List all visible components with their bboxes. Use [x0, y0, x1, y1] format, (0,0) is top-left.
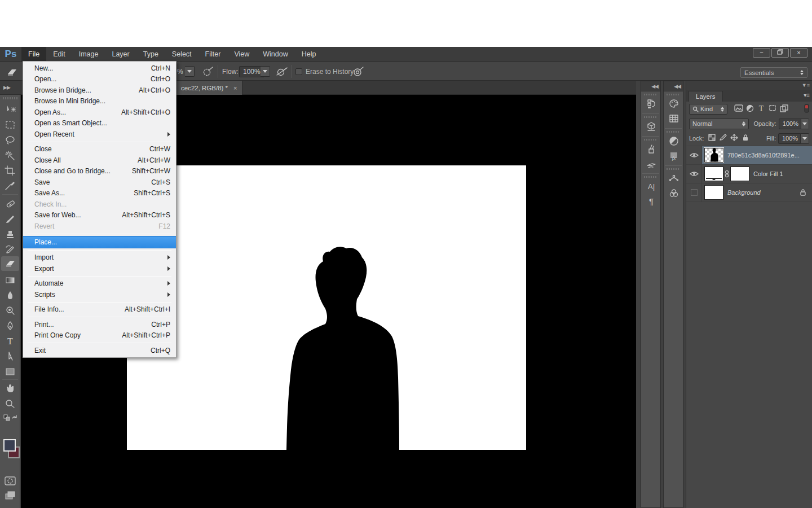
menu-type[interactable]: Type [136, 47, 165, 62]
tool-history-brush[interactable] [1, 242, 19, 257]
menu-window[interactable]: Window [256, 47, 294, 62]
screen-mode-icon[interactable] [1, 488, 19, 503]
menu-item-open-as-smart-object[interactable]: Open as Smart Object... [23, 118, 176, 129]
opacity-dropdown-button[interactable] [185, 62, 195, 81]
tool-move[interactable] [1, 102, 19, 117]
menu-file[interactable]: File [21, 47, 46, 62]
adjustments-panel-icon[interactable] [664, 134, 684, 148]
opacity-dropdown-arrow[interactable] [801, 119, 809, 129]
mask-link-icon[interactable] [725, 169, 729, 178]
tool-lasso[interactable] [1, 133, 19, 147]
tool-eraser[interactable] [1, 256, 19, 271]
visibility-toggle[interactable] [686, 165, 702, 183]
menu-item-automate[interactable]: Automate [23, 278, 176, 290]
layer-row-image[interactable]: 780e51c3d8a610f2891e... [686, 146, 812, 165]
panel-grip[interactable] [644, 176, 657, 178]
menu-item-new[interactable]: New...Ctrl+N [23, 63, 176, 74]
restore-button[interactable] [771, 48, 789, 58]
brush-presets-panel-icon[interactable] [641, 142, 661, 156]
styles-panel-icon[interactable]: fx [664, 148, 684, 163]
menu-item-print[interactable]: Print...Ctrl+P [23, 319, 176, 330]
filter-type-layers-icon[interactable]: T [756, 104, 767, 113]
menu-item-file-info[interactable]: File Info...Alt+Shift+Ctrl+I [23, 304, 176, 316]
panel-grip[interactable] [667, 131, 680, 133]
tab-close-icon[interactable]: × [233, 85, 237, 91]
panel-grip[interactable] [644, 116, 657, 118]
tool-blur[interactable] [1, 288, 19, 303]
menu-item-open-as[interactable]: Open As...Alt+Shift+Ctrl+O [23, 107, 176, 118]
filter-pixel-layers-icon[interactable] [733, 104, 744, 113]
blend-mode-dropdown[interactable]: Normal [689, 119, 749, 129]
swatches-panel-icon[interactable] [664, 111, 684, 126]
lock-pixels-icon[interactable] [717, 134, 729, 143]
menu-edit[interactable]: Edit [46, 47, 72, 62]
fill-dropdown-arrow[interactable] [801, 133, 809, 144]
menu-image[interactable]: Image [72, 47, 105, 62]
tool-clone-stamp[interactable] [1, 227, 19, 242]
close-button[interactable]: × [790, 48, 807, 58]
layer-name[interactable]: Background [727, 189, 761, 196]
paragraph-panel-icon[interactable]: ¶ [641, 194, 661, 208]
eraser-preview-icon[interactable] [6, 62, 19, 81]
menu-view[interactable]: View [227, 47, 256, 62]
menu-item-browse-in-mini-bridge[interactable]: Browse in Mini Bridge... [23, 96, 176, 107]
swap-colors-icon[interactable] [1, 413, 19, 423]
tool-type[interactable]: T [1, 334, 19, 348]
tool-dodge[interactable] [1, 303, 19, 318]
fill-value[interactable]: 100% [778, 133, 801, 144]
layer-thumbnail[interactable] [704, 148, 723, 163]
toolbar-grip[interactable] [3, 97, 17, 99]
tool-rectangular-marquee[interactable] [1, 117, 19, 132]
menu-item-print-one-copy[interactable]: Print One CopyAlt+Shift+Ctrl+P [23, 330, 176, 341]
menu-layer[interactable]: Layer [105, 47, 136, 62]
paths-panel-icon[interactable] [664, 171, 684, 186]
menu-item-browse-in-bridge[interactable]: Browse in Bridge...Alt+Ctrl+O [23, 85, 176, 96]
filter-smart-objects-icon[interactable] [778, 104, 789, 114]
flow-dropdown-button[interactable] [261, 62, 270, 81]
menu-item-close-and-go-to-bridge[interactable]: Close and Go to Bridge...Shift+Ctrl+W [23, 166, 176, 177]
menu-item-save-for-web[interactable]: Save for Web...Alt+Shift+Ctrl+S [23, 210, 176, 221]
tool-crop[interactable] [1, 163, 19, 178]
minimize-button[interactable]: − [753, 48, 770, 58]
fill-layer-thumbnail[interactable] [704, 167, 723, 181]
menu-item-close[interactable]: CloseCtrl+W [23, 144, 176, 155]
workspace-switcher[interactable]: Essentials [740, 67, 807, 78]
airbrush-icon[interactable] [202, 62, 214, 81]
menu-item-save-as[interactable]: Save As...Shift+Ctrl+S [23, 188, 176, 199]
menu-item-close-all[interactable]: Close AllAlt+Ctrl+W [23, 155, 176, 166]
tool-gradient[interactable] [1, 273, 19, 287]
panel-menu-icon[interactable]: ▾≡ [804, 92, 810, 98]
history-panel-icon[interactable] [641, 97, 661, 111]
menu-filter[interactable]: Filter [198, 47, 228, 62]
toolbar-collapse-chevron-icon[interactable]: ▶▶ [0, 81, 20, 95]
lock-all-icon[interactable] [740, 134, 751, 143]
menu-item-scripts[interactable]: Scripts [23, 289, 176, 300]
menu-item-import[interactable]: Import [23, 252, 176, 264]
color-wheel-panel-icon[interactable] [664, 186, 684, 200]
menu-item-open[interactable]: Open...Ctrl+O [23, 74, 176, 85]
document-canvas[interactable] [127, 165, 526, 450]
filter-adjustment-layers-icon[interactable] [744, 104, 756, 114]
menu-item-open-recent[interactable]: Open Recent [23, 129, 176, 140]
dock-collapse-chevron-icon[interactable]: ◀◀ [641, 81, 660, 91]
brush-panel-toggle-icon[interactable] [352, 62, 364, 81]
background-thumbnail[interactable] [704, 185, 723, 200]
layer-name[interactable]: 780e51c3d8a610f2891e... [727, 152, 800, 159]
foreground-color-swatch[interactable] [3, 439, 16, 452]
menu-item-export[interactable]: Export [23, 263, 176, 274]
visibility-empty-checkbox[interactable] [691, 189, 698, 196]
character-panel-icon[interactable]: A| [641, 179, 661, 194]
lock-position-icon[interactable] [729, 134, 740, 143]
properties-panel-icon[interactable] [641, 119, 661, 134]
tool-eyedropper[interactable] [1, 178, 19, 193]
layer-row-background[interactable]: Background [686, 183, 812, 202]
panel-grip[interactable] [644, 94, 657, 95]
erase-to-history-checkbox[interactable]: Erase to History [295, 62, 354, 81]
layer-row-color-fill[interactable]: Color Fill 1 [686, 165, 812, 183]
opacity-value[interactable]: 100% [779, 119, 801, 129]
visibility-toggle[interactable] [686, 146, 702, 164]
tool-path-selection[interactable] [1, 349, 19, 364]
layer-filter-toggle[interactable] [804, 104, 809, 114]
panel-grip[interactable] [644, 139, 657, 141]
filter-shape-layers-icon[interactable] [767, 104, 778, 113]
